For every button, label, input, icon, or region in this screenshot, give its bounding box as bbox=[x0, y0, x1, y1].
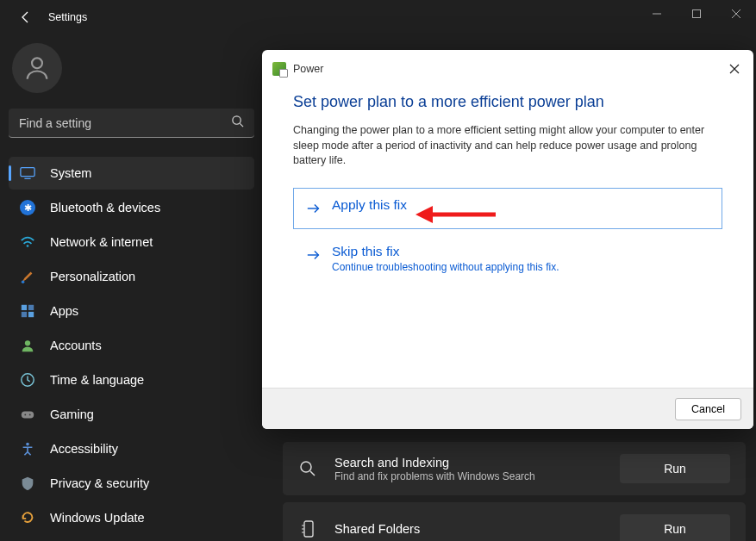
skip-fix-sublabel: Continue troubleshooting without applyin… bbox=[332, 261, 559, 273]
clock-icon bbox=[19, 371, 36, 389]
sidebar-item-label: Gaming bbox=[50, 407, 94, 421]
dialog-header: Power bbox=[262, 50, 753, 88]
close-button[interactable] bbox=[716, 0, 756, 28]
apply-fix-option[interactable]: Apply this fix bbox=[293, 188, 722, 229]
sidebar-item-label: Apps bbox=[50, 304, 78, 318]
apps-icon bbox=[19, 302, 36, 320]
search-indexing-icon bbox=[298, 460, 317, 477]
window-controls bbox=[637, 0, 756, 28]
sidebar-item-label: Network & internet bbox=[50, 235, 153, 249]
svg-rect-11 bbox=[22, 312, 27, 317]
sidebar-item-label: Personalization bbox=[50, 270, 135, 283]
svg-line-4 bbox=[240, 123, 243, 127]
title-bar: Settings bbox=[0, 0, 756, 34]
sidebar-item-accounts[interactable]: Accounts bbox=[9, 329, 254, 362]
sidebar-item-update[interactable]: Windows Update bbox=[9, 501, 254, 534]
shared-folders-icon bbox=[298, 520, 317, 538]
arrow-right-icon bbox=[306, 201, 322, 220]
sidebar-item-label: Windows Update bbox=[50, 511, 145, 525]
arrow-right-icon bbox=[306, 247, 322, 266]
svg-point-2 bbox=[32, 58, 42, 68]
sidebar-item-label: Accounts bbox=[50, 339, 102, 352]
wifi-icon bbox=[19, 233, 36, 251]
system-icon bbox=[19, 165, 36, 182]
sidebar-item-bluetooth[interactable]: ✱ Bluetooth & devices bbox=[9, 191, 254, 224]
svg-point-3 bbox=[233, 116, 241, 124]
run-button[interactable]: Run bbox=[620, 454, 730, 483]
dialog-heading: Set power plan to a more efficient power… bbox=[293, 93, 722, 111]
troubleshoot-row: Shared Folders Run bbox=[283, 502, 746, 541]
sidebar-item-label: Bluetooth & devices bbox=[50, 201, 160, 215]
svg-point-18 bbox=[26, 443, 29, 446]
svg-point-17 bbox=[29, 414, 31, 416]
svg-point-8 bbox=[22, 281, 25, 284]
troubleshoot-list: Search and Indexing Find and fix problem… bbox=[283, 442, 746, 541]
svg-point-13 bbox=[25, 340, 30, 345]
sidebar-item-label: Privacy & security bbox=[50, 476, 149, 490]
skip-fix-option[interactable]: Skip this fix Continue troubleshooting w… bbox=[293, 234, 722, 283]
troubleshoot-subtitle: Find and fix problems with Windows Searc… bbox=[334, 470, 603, 482]
gaming-icon bbox=[19, 406, 36, 423]
minimize-button[interactable] bbox=[637, 0, 677, 28]
brush-icon bbox=[19, 268, 36, 285]
shield-icon bbox=[19, 475, 36, 492]
sidebar-item-system[interactable]: System bbox=[9, 157, 254, 190]
dialog-footer: Cancel bbox=[262, 388, 753, 429]
troubleshooter-dialog: Power Set power plan to a more efficient… bbox=[262, 50, 753, 429]
svg-point-7 bbox=[27, 245, 29, 247]
skip-fix-label: Skip this fix bbox=[332, 244, 559, 259]
sidebar-nav: System ✱ Bluetooth & devices Network & i… bbox=[9, 157, 254, 534]
sidebar-item-network[interactable]: Network & internet bbox=[9, 226, 254, 258]
update-icon bbox=[19, 509, 36, 526]
accessibility-icon bbox=[19, 440, 36, 457]
svg-point-16 bbox=[24, 414, 26, 416]
troubleshoot-row: Search and Indexing Find and fix problem… bbox=[283, 442, 746, 495]
sidebar-item-apps[interactable]: Apps bbox=[9, 295, 254, 327]
sidebar-item-label: Accessibility bbox=[50, 442, 118, 456]
dialog-category: Power bbox=[293, 63, 323, 75]
bluetooth-icon: ✱ bbox=[19, 199, 36, 216]
maximize-button[interactable] bbox=[677, 0, 716, 28]
apply-fix-label: Apply this fix bbox=[332, 197, 407, 213]
sidebar-item-label: System bbox=[50, 166, 91, 180]
power-icon bbox=[272, 62, 286, 76]
troubleshoot-title: Search and Indexing bbox=[334, 456, 603, 469]
app-title: Settings bbox=[48, 11, 87, 23]
svg-point-19 bbox=[301, 462, 311, 472]
troubleshoot-title: Shared Folders bbox=[334, 522, 603, 536]
sidebar-item-time[interactable]: Time & language bbox=[9, 364, 254, 396]
svg-rect-10 bbox=[28, 305, 34, 310]
svg-rect-21 bbox=[304, 521, 313, 537]
svg-rect-9 bbox=[22, 305, 27, 310]
search-box[interactable] bbox=[9, 109, 254, 138]
search-input[interactable] bbox=[19, 116, 231, 130]
sidebar-item-personalization[interactable]: Personalization bbox=[9, 260, 254, 293]
run-button[interactable]: Run bbox=[620, 514, 730, 541]
dialog-close-button[interactable] bbox=[724, 59, 745, 79]
back-button[interactable] bbox=[12, 3, 40, 31]
left-panel: System ✱ Bluetooth & devices Network & i… bbox=[9, 43, 254, 534]
svg-rect-15 bbox=[22, 411, 34, 418]
accounts-icon bbox=[19, 337, 36, 354]
svg-line-20 bbox=[310, 471, 315, 476]
sidebar-item-gaming[interactable]: Gaming bbox=[9, 398, 254, 431]
cancel-button[interactable]: Cancel bbox=[675, 398, 741, 420]
svg-rect-1 bbox=[693, 10, 701, 18]
dialog-description: Changing the power plan to a more effici… bbox=[293, 123, 722, 169]
user-avatar[interactable] bbox=[12, 43, 62, 93]
sidebar-item-label: Time & language bbox=[50, 373, 144, 387]
svg-rect-12 bbox=[28, 312, 34, 317]
dialog-body: Set power plan to a more efficient power… bbox=[262, 88, 753, 388]
search-icon bbox=[231, 115, 244, 131]
sidebar-item-accessibility[interactable]: Accessibility bbox=[9, 432, 254, 465]
svg-rect-5 bbox=[21, 168, 34, 177]
sidebar-item-privacy[interactable]: Privacy & security bbox=[9, 467, 254, 500]
